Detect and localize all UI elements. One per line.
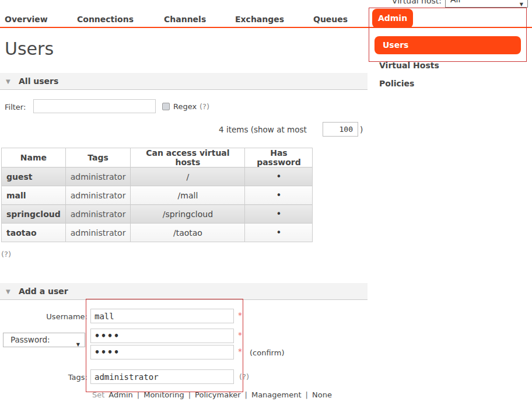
tab-connections[interactable]: Connections: [77, 15, 134, 24]
has-password-dot: •: [245, 205, 313, 224]
user-tags: administrator: [65, 167, 131, 186]
all-users-section-title: All users: [19, 73, 58, 89]
table-row: guest administrator / •: [2, 167, 313, 186]
user-tags: administrator: [65, 205, 131, 224]
sidebar-item-virtual-hosts[interactable]: Virtual Hosts: [379, 61, 439, 70]
col-header-tags: Tags: [65, 148, 131, 167]
table-row: taotao administrator /taotao •: [2, 224, 313, 242]
tags-field[interactable]: [90, 369, 234, 384]
user-name-link[interactable]: mall: [2, 186, 66, 205]
collapse-triangle-icon: ▼: [6, 78, 10, 85]
tab-admin[interactable]: Admin: [372, 9, 413, 28]
items-count-close-paren: ): [360, 125, 363, 134]
tab-overview[interactable]: Overview: [5, 15, 48, 24]
tags-help-link[interactable]: (?): [239, 372, 249, 381]
tag-preset-none[interactable]: None: [312, 390, 332, 399]
separator: |: [306, 390, 308, 399]
tags-label: Tags:: [32, 373, 88, 382]
username-field[interactable]: [90, 309, 234, 323]
table-header-row: Name Tags Can access virtual hosts Has p…: [2, 148, 313, 167]
filter-input[interactable]: [33, 99, 156, 113]
password-field[interactable]: [90, 329, 234, 343]
separator: |: [188, 390, 191, 399]
sidebar-item-users[interactable]: Users: [374, 36, 521, 54]
user-name-link[interactable]: taotao: [2, 224, 66, 242]
tag-preset-admin[interactable]: Admin: [108, 390, 132, 399]
required-asterisk: *: [238, 310, 242, 320]
separator: |: [137, 390, 139, 399]
has-password-dot: •: [245, 224, 313, 242]
add-user-section-title: Add a user: [19, 283, 68, 299]
table-row: springcloud administrator /springcloud •: [2, 205, 313, 224]
tag-preset-management[interactable]: Management: [251, 390, 302, 399]
username-label: Username:: [32, 312, 88, 321]
col-header-has-password: Has password: [245, 148, 313, 167]
table-row: mall administrator /mall •: [2, 186, 313, 205]
regex-help-link[interactable]: (?): [200, 102, 209, 111]
regex-label: Regex: [173, 102, 197, 111]
show-at-most-input[interactable]: [323, 122, 358, 137]
password-confirm-field[interactable]: [90, 345, 234, 359]
regex-checkbox[interactable]: [162, 103, 170, 110]
required-asterisk: *: [238, 330, 242, 340]
set-label: Set: [92, 390, 104, 399]
has-password-dot: •: [245, 167, 313, 186]
page-title: Users: [5, 39, 54, 59]
user-tags: administrator: [65, 186, 131, 205]
users-table-help-link[interactable]: (?): [1, 250, 11, 259]
items-count-text: 4 items (show at most: [219, 125, 307, 134]
tab-channels[interactable]: Channels: [164, 15, 206, 24]
add-user-section-header[interactable]: ▼ Add a user: [0, 283, 368, 300]
tag-preset-monitoring[interactable]: Monitoring: [144, 390, 184, 399]
user-name-link[interactable]: guest: [2, 167, 66, 186]
confirm-note: (confirm): [250, 348, 284, 357]
tab-exchanges[interactable]: Exchanges: [235, 15, 284, 24]
separator: |: [245, 390, 247, 399]
tag-preset-row: Set Admin | Monitoring | Policymaker | M…: [92, 390, 332, 399]
tag-preset-policymaker[interactable]: Policymaker: [195, 390, 240, 399]
all-users-section-header[interactable]: ▼ All users: [0, 73, 368, 90]
has-password-dot: •: [245, 186, 313, 205]
password-type-select-value: Password:: [10, 335, 50, 344]
col-header-vhosts: Can access virtual hosts: [131, 148, 245, 167]
main-nav: Overview Connections Channels Exchanges …: [0, 0, 532, 28]
password-type-select[interactable]: Password: ▼: [3, 333, 85, 347]
tab-queues[interactable]: Queues: [313, 15, 348, 24]
sidebar-item-policies[interactable]: Policies: [379, 79, 414, 88]
col-header-name: Name: [2, 148, 66, 167]
chevron-down-icon: ▼: [76, 338, 80, 351]
user-vhosts: /mall: [131, 186, 245, 205]
collapse-triangle-icon: ▼: [6, 288, 10, 295]
user-vhosts: /: [131, 167, 245, 186]
required-asterisk: *: [238, 347, 242, 356]
user-name-link[interactable]: springcloud: [2, 205, 66, 224]
user-tags: administrator: [65, 224, 131, 242]
users-table: Name Tags Can access virtual hosts Has p…: [1, 148, 313, 242]
user-vhosts: /taotao: [131, 224, 245, 242]
user-vhosts: /springcloud: [131, 205, 245, 224]
rabbitmq-admin-users-page: Virtual host: All ▼ Overview Connections…: [0, 0, 532, 405]
filter-label: Filter:: [5, 103, 26, 111]
